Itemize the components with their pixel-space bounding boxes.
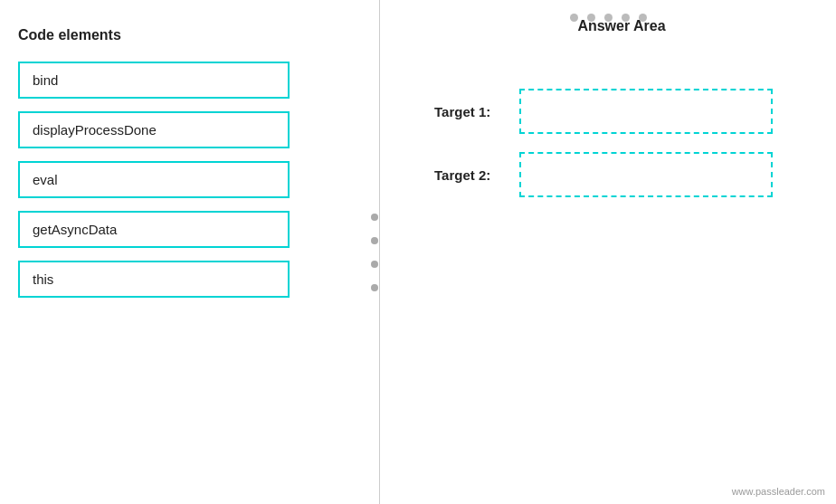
target-2-drop-zone[interactable] xyxy=(519,152,773,197)
code-element-displayProcessDone[interactable]: displayProcessDone xyxy=(18,111,290,148)
code-element-bind[interactable]: bind xyxy=(18,62,290,99)
target-2-label: Target 2: xyxy=(434,167,507,183)
targets-container: Target 1: Target 2: xyxy=(434,89,809,197)
middle-dot-1 xyxy=(371,214,378,221)
target-1-drop-zone[interactable] xyxy=(519,89,773,134)
code-element-eval[interactable]: eval xyxy=(18,161,290,198)
watermark: www.passleader.com xyxy=(732,486,825,497)
code-element-getAsyncData[interactable]: getAsyncData xyxy=(18,211,290,248)
middle-dot-2 xyxy=(371,237,378,244)
right-panel: Answer Area Target 1: Target 2: xyxy=(380,0,836,504)
middle-dot-4 xyxy=(371,284,378,291)
pagination-dots xyxy=(380,14,836,22)
pagination-dot-5 xyxy=(639,14,647,22)
target-1-label: Target 1: xyxy=(434,104,507,119)
middle-dot-3 xyxy=(371,261,378,268)
target-2-row: Target 2: xyxy=(434,152,809,197)
code-elements-title: Code elements xyxy=(18,27,361,43)
left-panel: Code elements bind displayProcessDone ev… xyxy=(0,0,380,504)
pagination-dot-1 xyxy=(570,14,578,22)
pagination-dot-4 xyxy=(622,14,630,22)
target-1-row: Target 1: xyxy=(434,89,809,134)
pagination-dot-3 xyxy=(604,14,613,22)
code-elements-list: bind displayProcessDone eval getAsyncDat… xyxy=(18,62,361,298)
pagination-dot-2 xyxy=(587,14,595,22)
code-element-this[interactable]: this xyxy=(18,261,290,298)
main-container: Code elements bind displayProcessDone ev… xyxy=(0,0,836,504)
